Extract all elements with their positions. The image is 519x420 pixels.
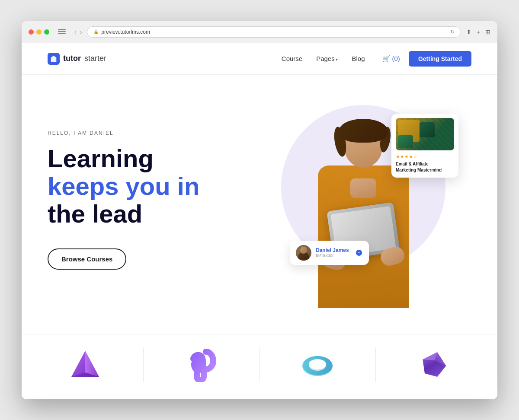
divider-3 bbox=[375, 347, 376, 382]
browse-courses-button[interactable]: Browse Courses bbox=[48, 248, 126, 270]
nav-item-course[interactable]: Course bbox=[282, 55, 302, 63]
instructor-role: Instructor bbox=[316, 253, 349, 258]
hero-title-line1: Learning bbox=[48, 144, 154, 172]
course-card: ★★★★☆ Email & AffiliateMarketing Masterm… bbox=[391, 114, 458, 178]
woman-neck bbox=[350, 178, 376, 198]
shapes-section bbox=[22, 334, 497, 399]
browser-nav: ‹ › bbox=[74, 29, 82, 35]
shape-item-diamond bbox=[416, 347, 451, 382]
pyramid-shape bbox=[68, 347, 103, 382]
nav-link-course[interactable]: Course bbox=[282, 55, 302, 62]
woman-head bbox=[344, 127, 382, 168]
logo-brand-text: tutor bbox=[63, 54, 81, 63]
nav-link-blog[interactable]: Blog bbox=[352, 55, 365, 62]
security-icon: 🔒 bbox=[93, 29, 99, 34]
course-card-thumbnail bbox=[396, 118, 454, 150]
close-button[interactable] bbox=[29, 29, 34, 35]
logo-tagline-text: starter bbox=[84, 54, 106, 63]
cart-icon: 🛒 bbox=[382, 55, 391, 63]
refresh-icon[interactable]: ↻ bbox=[450, 29, 455, 35]
svg-point-0 bbox=[52, 58, 54, 60]
logo-icon bbox=[48, 53, 60, 65]
site-logo[interactable]: tutor starter bbox=[48, 53, 106, 65]
browser-titlebar: ‹ › 🔒 preview.tutorlms.com ↻ ⬆ + ⊞ bbox=[22, 21, 497, 43]
minimize-button[interactable] bbox=[36, 29, 42, 35]
divider-2 bbox=[259, 347, 260, 382]
maximize-button[interactable] bbox=[44, 29, 49, 35]
nav-link-pages[interactable]: Pages bbox=[316, 55, 338, 62]
torus-shape bbox=[300, 347, 335, 382]
instructor-name: Daniel James bbox=[316, 247, 349, 253]
getting-started-button[interactable]: Getting Started bbox=[409, 51, 471, 67]
url-text: preview.tutorlms.com bbox=[101, 29, 150, 35]
hero-title: Learning keeps you in the lead bbox=[48, 145, 255, 227]
grid-icon[interactable]: ⊞ bbox=[485, 29, 490, 35]
instructor-card: Daniel James Instructor + bbox=[290, 241, 369, 265]
instructor-info: Daniel James Instructor bbox=[316, 247, 349, 258]
nav-links: Course Pages Blog bbox=[282, 55, 365, 63]
diamond-shape bbox=[416, 347, 451, 382]
hook-shape bbox=[184, 347, 219, 382]
hero-subtitle: HELLO, I AM DANIEL bbox=[48, 130, 255, 136]
cart-count: (0) bbox=[392, 55, 400, 62]
browser-actions: ⬆ + ⊞ bbox=[466, 29, 490, 35]
nav-item-pages[interactable]: Pages bbox=[316, 55, 338, 63]
instructor-badge: + bbox=[355, 249, 363, 257]
nav-item-blog[interactable]: Blog bbox=[352, 55, 365, 63]
nav-right: 🛒 (0) Getting Started bbox=[382, 51, 471, 67]
address-bar[interactable]: 🔒 preview.tutorlms.com ↻ bbox=[87, 26, 461, 38]
navbar: tutor starter Course Pages Blog 🛒 (0) bbox=[22, 43, 497, 75]
window-controls bbox=[29, 29, 49, 35]
hero-text-block: HELLO, I AM DANIEL Learning keeps you in… bbox=[48, 130, 255, 269]
hero-title-line2: keeps you in bbox=[48, 172, 199, 200]
back-button[interactable]: ‹ bbox=[74, 29, 77, 35]
shape-item-hook bbox=[184, 347, 219, 382]
course-card-stars: ★★★★☆ bbox=[396, 154, 454, 159]
new-tab-icon[interactable]: + bbox=[477, 29, 480, 35]
divider-1 bbox=[143, 347, 144, 382]
browser-window: ‹ › 🔒 preview.tutorlms.com ↻ ⬆ + ⊞ bbox=[22, 21, 497, 399]
hero-image-area: ★★★★☆ Email & AffiliateMarketing Masterm… bbox=[255, 92, 471, 308]
shape-item-pyramid bbox=[68, 347, 103, 382]
forward-button[interactable]: › bbox=[80, 29, 82, 35]
shape-item-torus bbox=[300, 347, 335, 382]
share-icon[interactable]: ⬆ bbox=[466, 29, 471, 35]
course-card-title: Email & AffiliateMarketing Mastermind bbox=[396, 161, 454, 173]
cart-button[interactable]: 🛒 (0) bbox=[382, 55, 400, 63]
hero-title-line3: the lead bbox=[48, 200, 142, 228]
svg-point-7 bbox=[309, 359, 326, 369]
svg-marker-2 bbox=[85, 351, 99, 377]
website-content: tutor starter Course Pages Blog 🛒 (0) bbox=[22, 43, 497, 399]
sidebar-toggle-icon[interactable] bbox=[58, 29, 66, 35]
instructor-avatar bbox=[296, 245, 311, 261]
hero-section: HELLO, I AM DANIEL Learning keeps you in… bbox=[22, 75, 497, 334]
